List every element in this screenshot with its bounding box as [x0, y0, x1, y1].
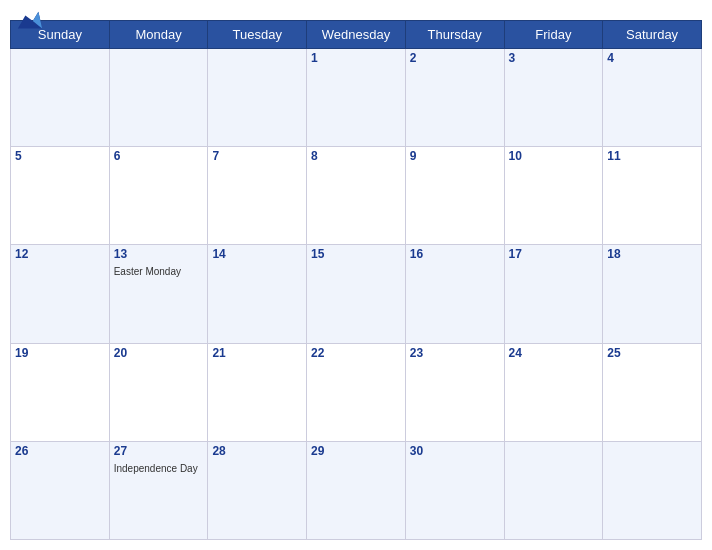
day-number: 3: [509, 51, 599, 65]
calendar-cell: [109, 49, 208, 147]
day-number: 6: [114, 149, 204, 163]
day-number: 23: [410, 346, 500, 360]
calendar-cell: 21: [208, 343, 307, 441]
day-number: 26: [15, 444, 105, 458]
day-number: 21: [212, 346, 302, 360]
day-number: 13: [114, 247, 204, 261]
calendar-cell: 27Independence Day: [109, 441, 208, 539]
weekday-header: Saturday: [603, 21, 702, 49]
calendar-cell: 17: [504, 245, 603, 343]
calendar-cell: 7: [208, 147, 307, 245]
calendar-cell: 5: [11, 147, 110, 245]
weekday-header: Friday: [504, 21, 603, 49]
calendar-week-row: 19202122232425: [11, 343, 702, 441]
calendar-cell: 12: [11, 245, 110, 343]
calendar-cell: 25: [603, 343, 702, 441]
day-number: 14: [212, 247, 302, 261]
calendar-cell: 4: [603, 49, 702, 147]
calendar-cell: 9: [405, 147, 504, 245]
calendar-cell: [603, 441, 702, 539]
calendar-cell: 24: [504, 343, 603, 441]
weekday-header-row: SundayMondayTuesdayWednesdayThursdayFrid…: [11, 21, 702, 49]
day-number: 11: [607, 149, 697, 163]
day-number: 2: [410, 51, 500, 65]
day-number: 7: [212, 149, 302, 163]
weekday-header: Thursday: [405, 21, 504, 49]
day-number: 16: [410, 247, 500, 261]
calendar-cell: 13Easter Monday: [109, 245, 208, 343]
day-number: 12: [15, 247, 105, 261]
calendar-cell: 18: [603, 245, 702, 343]
calendar-cell: 20: [109, 343, 208, 441]
day-number: 10: [509, 149, 599, 163]
day-number: 9: [410, 149, 500, 163]
day-number: 17: [509, 247, 599, 261]
calendar-cell: 28: [208, 441, 307, 539]
day-number: 20: [114, 346, 204, 360]
weekday-header: Tuesday: [208, 21, 307, 49]
calendar-cell: 2: [405, 49, 504, 147]
logo-icon: [16, 8, 44, 36]
day-number: 4: [607, 51, 697, 65]
calendar-cell: 29: [307, 441, 406, 539]
calendar-cell: 26: [11, 441, 110, 539]
calendar-cell: 10: [504, 147, 603, 245]
calendar-cell: 15: [307, 245, 406, 343]
calendar-week-row: 567891011: [11, 147, 702, 245]
day-number: 25: [607, 346, 697, 360]
event-label: Easter Monday: [114, 266, 181, 277]
calendar-cell: 23: [405, 343, 504, 441]
calendar-header: [0, 0, 712, 20]
calendar-cell: [208, 49, 307, 147]
day-number: 19: [15, 346, 105, 360]
calendar-cell: 16: [405, 245, 504, 343]
calendar-week-row: 2627Independence Day282930: [11, 441, 702, 539]
day-number: 1: [311, 51, 401, 65]
day-number: 8: [311, 149, 401, 163]
calendar-cell: 11: [603, 147, 702, 245]
day-number: 24: [509, 346, 599, 360]
day-number: 27: [114, 444, 204, 458]
calendar-cell: 30: [405, 441, 504, 539]
calendar-week-row: 1213Easter Monday1415161718: [11, 245, 702, 343]
calendar-cell: [11, 49, 110, 147]
day-number: 29: [311, 444, 401, 458]
calendar-cell: 19: [11, 343, 110, 441]
day-number: 15: [311, 247, 401, 261]
calendar-cell: 22: [307, 343, 406, 441]
day-number: 22: [311, 346, 401, 360]
calendar-cell: 8: [307, 147, 406, 245]
calendar-week-row: 1234: [11, 49, 702, 147]
weekday-header: Wednesday: [307, 21, 406, 49]
day-number: 18: [607, 247, 697, 261]
calendar-cell: 3: [504, 49, 603, 147]
day-number: 28: [212, 444, 302, 458]
calendar-table: SundayMondayTuesdayWednesdayThursdayFrid…: [10, 20, 702, 540]
calendar-wrapper: SundayMondayTuesdayWednesdayThursdayFrid…: [0, 20, 712, 550]
event-label: Independence Day: [114, 463, 198, 474]
calendar-cell: 6: [109, 147, 208, 245]
weekday-header: Monday: [109, 21, 208, 49]
day-number: 5: [15, 149, 105, 163]
calendar-cell: [504, 441, 603, 539]
logo: [16, 8, 48, 36]
calendar-cell: 14: [208, 245, 307, 343]
day-number: 30: [410, 444, 500, 458]
calendar-cell: 1: [307, 49, 406, 147]
